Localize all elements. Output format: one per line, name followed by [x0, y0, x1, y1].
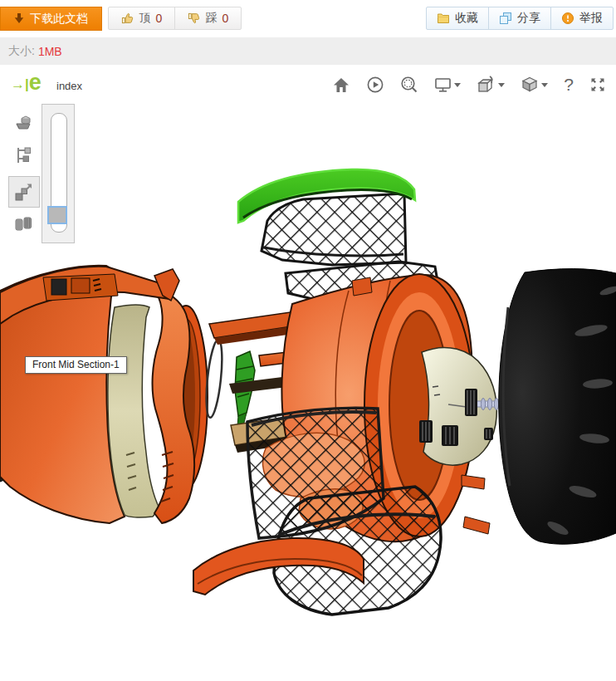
assembly-tree-icon — [13, 145, 35, 167]
edrawings-logo-arrow: →| — [11, 77, 29, 94]
orientation-cube-icon — [521, 76, 539, 93]
explode-icon — [13, 181, 35, 203]
chevron-down-icon — [541, 83, 548, 87]
downvote-label: 踩 — [206, 11, 218, 26]
upvote-count: 0 — [156, 12, 163, 25]
assembly-tree-button[interactable] — [12, 144, 37, 169]
size-label: 大小: — [8, 44, 35, 59]
downvote-button[interactable]: 踩 0 — [174, 7, 241, 29]
home-button[interactable] — [332, 76, 350, 94]
thumbs-down-icon — [188, 12, 201, 25]
vote-group: 顶 0 踩 0 — [108, 7, 242, 30]
report-label: 举报 — [579, 11, 603, 26]
zoom-icon — [400, 76, 418, 94]
play-animation-icon — [366, 76, 384, 94]
home-icon — [332, 76, 350, 94]
edrawings-viewer: →| e index — [0, 65, 616, 681]
part-top-grill-section[interactable] — [262, 194, 406, 265]
section-view-icon — [477, 76, 496, 94]
explode-slider-thumb[interactable] — [47, 206, 67, 224]
orientation-cube-button[interactable] — [521, 76, 548, 93]
viewer-side-tools — [12, 111, 40, 243]
edrawings-logo-letter: e — [29, 71, 42, 94]
fullscreen-icon — [589, 76, 606, 93]
action-group: 收藏 分享 举报 — [426, 7, 614, 30]
share-button[interactable]: 分享 — [488, 7, 550, 29]
display-options-icon — [434, 76, 452, 93]
favorite-label: 收藏 — [455, 11, 478, 26]
part-front-housing-assembly[interactable] — [0, 266, 208, 523]
download-button[interactable]: 下载此文档 — [0, 7, 102, 31]
part-rear-cover[interactable] — [499, 269, 616, 545]
thumbs-up-icon — [121, 12, 134, 25]
play-animation-button[interactable] — [366, 76, 384, 94]
part-retaining-ring[interactable] — [203, 339, 225, 418]
downvote-count: 0 — [222, 12, 229, 25]
explode-tool-button[interactable] — [8, 176, 40, 208]
download-button-label: 下载此文档 — [30, 12, 88, 27]
top-toolbar: 下载此文档 顶 0 踩 0 — [0, 0, 616, 37]
upvote-label: 顶 — [139, 11, 151, 26]
component-icon — [13, 113, 35, 135]
zoom-button[interactable] — [400, 76, 418, 94]
component-tool-button[interactable] — [12, 111, 37, 136]
explode-slider-panel — [42, 104, 75, 243]
share-label: 分享 — [517, 11, 540, 26]
chevron-down-icon — [454, 83, 461, 87]
part-housing-tabs[interactable] — [462, 475, 490, 534]
display-options-button[interactable] — [434, 76, 461, 93]
part-tooltip: Front Mid Section-1 — [25, 356, 127, 374]
collar-tool-button[interactable] — [12, 211, 37, 236]
download-arrow-icon — [14, 13, 24, 24]
file-size-row: 大小: 1MB — [0, 37, 616, 65]
size-value: 1MB — [38, 45, 62, 58]
document-name: index — [56, 80, 82, 92]
fullscreen-button[interactable] — [589, 76, 606, 93]
edrawings-logo: →| e — [11, 71, 42, 94]
help-icon: ? — [564, 75, 574, 95]
section-view-button[interactable] — [477, 76, 505, 94]
chevron-down-icon — [498, 83, 505, 87]
viewer-toolbar: ? — [332, 75, 606, 95]
upvote-button[interactable]: 顶 0 — [109, 7, 174, 29]
share-icon — [499, 12, 512, 25]
collar-icon — [13, 213, 35, 234]
favorite-button[interactable]: 收藏 — [427, 7, 488, 29]
page: 下载此文档 顶 0 踩 0 — [0, 0, 616, 681]
exploded-view-canvas[interactable] — [0, 104, 616, 681]
report-button[interactable]: 举报 — [550, 7, 613, 29]
report-icon — [561, 12, 574, 25]
help-button[interactable]: ? — [564, 75, 574, 95]
folder-icon — [437, 12, 450, 24]
